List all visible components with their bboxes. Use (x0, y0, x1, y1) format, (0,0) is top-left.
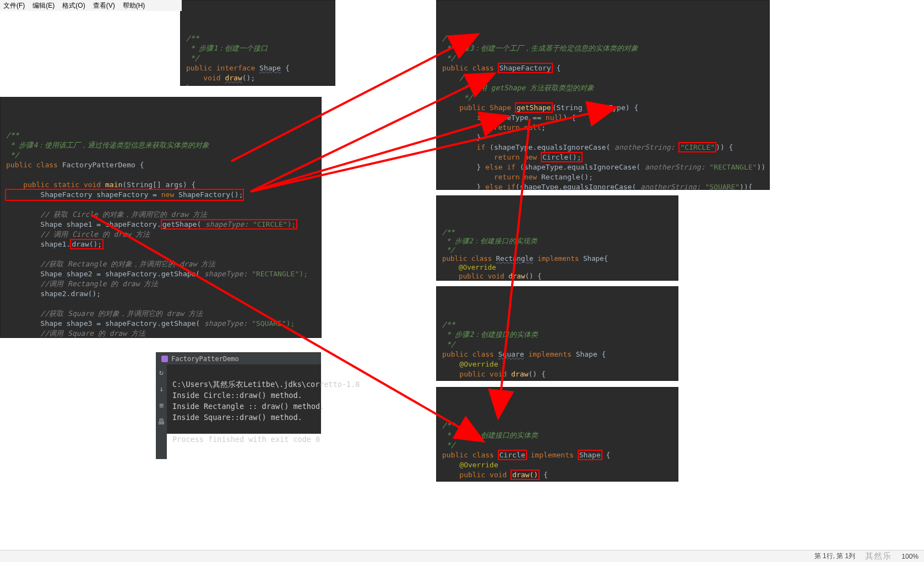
code-text: /** (186, 34, 199, 42)
code-text: //调用 Square 的 draw 方法 (6, 329, 145, 337)
code-text: ShapeFactory (498, 63, 553, 73)
code-text: //调用 Rectangle 的 draw 方法 (6, 280, 158, 288)
code-text: /** (442, 34, 455, 42)
menu-help[interactable]: 帮助(H) (123, 1, 145, 10)
code-panel-factory-demo: /** * 步骤4：使用该工厂，通过传递类型信息来获取实体类的对象 */ pub… (0, 97, 322, 338)
code-text: */ (442, 340, 455, 348)
code-text: /** (442, 421, 455, 429)
code-text: */ (186, 54, 199, 62)
code-text: Circle (498, 450, 527, 460)
menu-edit[interactable]: 编辑(E) (32, 1, 55, 10)
code-text: /** (6, 131, 19, 139)
code-panel-square: /** * 步骤2：创建接口的实体类 */ public class Squar… (436, 286, 678, 381)
code-text: implements (526, 451, 578, 459)
code-text: Shape shape1 = shapeFactory. (6, 220, 161, 228)
code-text: * 步骤2：创建接口的实体类 (442, 431, 538, 439)
status-zoom: 100% (901, 553, 918, 560)
code-text: Shape (578, 450, 602, 460)
code-text: */ (442, 94, 472, 102)
code-panel-circle: /** * 步骤2：创建接口的实体类 */ public class Circl… (436, 387, 678, 482)
code-panel-shape-factory: /** * 步骤3：创建一个工厂，生成基于给定信息的实体类的对象 */ publ… (436, 0, 770, 190)
code-text: { (552, 64, 561, 72)
code-text: Shape (259, 64, 281, 72)
code-text: //获取 Rectangle 的对象，并调用它的 draw 方法 (6, 260, 215, 268)
code-text: * 步骤1：创建一个接口 (186, 44, 268, 52)
stop-icon[interactable]: ↓ (156, 383, 167, 394)
code-text: public interface (186, 64, 259, 72)
code-panel-shape-interface: /** * 步骤1：创建一个接口 */ public interface Sha… (180, 0, 335, 86)
run-console: FactoryPatterDemo ↻ ↓ ≡ 🖶 C:\Users\其然乐衣L… (156, 352, 321, 434)
code-text: shape1. (6, 240, 70, 248)
code-panel-rectangle: /** * 步骤2：创建接口的实现类 */ public class Recta… (436, 195, 678, 281)
code-text: */ (6, 151, 19, 159)
console-line: Process finished with exit code 0 (172, 435, 320, 444)
status-cursor-position: 第 1行, 第 1列 (814, 552, 856, 561)
code-text: // 调用 Circle 的 draw 方法 (6, 230, 150, 238)
text-editor-menubar: 文件(F) 编辑(E) 格式(O) 查看(V) 帮助(H) (0, 0, 182, 11)
code-text: //获取 Square 的对象，并调用它的 draw 方法 (6, 309, 203, 318)
code-text: public class (442, 451, 498, 459)
code-text: */ (442, 245, 455, 254)
code-text: getShape (515, 102, 553, 113)
console-gutter: ↻ ↓ ≡ 🖶 (156, 364, 167, 459)
console-line: Inside Rectangle :: draw() method. (172, 402, 324, 411)
watermark: 其然乐 (865, 551, 892, 561)
code-text: void (186, 74, 225, 82)
print-icon[interactable]: 🖶 (156, 416, 167, 427)
console-line: Inside Circle::draw() method. (172, 391, 302, 400)
code-text: return new (442, 153, 541, 161)
code-text: // 获取 Circle 的对象，并调用它的 draw 方法 (6, 210, 207, 219)
code-text: (); (242, 74, 255, 82)
menu-file[interactable]: 文件(F) (3, 1, 25, 10)
code-text: /** (442, 320, 455, 329)
code-text: draw (225, 74, 242, 82)
wrap-icon[interactable]: ≡ (156, 400, 167, 411)
code-text: Shape shape3 = shapeFactory.getShape( (6, 319, 200, 328)
code-text: (String shapeType) { (552, 103, 639, 112)
code-text: * 步骤4：使用该工厂，通过传递类型信息来获取实体类的对象 (6, 141, 209, 149)
console-output: C:\Users\其然乐衣Letitbe\.jdks\corretto-1.8 … (167, 364, 365, 459)
code-text: shape2.draw(); (6, 290, 101, 298)
code-text: draw() (510, 470, 540, 480)
console-line: Inside Square::draw() method. (172, 413, 302, 422)
rerun-icon[interactable]: ↻ (156, 367, 167, 378)
code-text: /** (442, 228, 455, 236)
code-text: { (602, 451, 611, 459)
code-text: Shape shape2 = shapeFactory.getShape( (6, 270, 200, 278)
code-text: */ (442, 54, 455, 62)
statusbar: 第 1行, 第 1列 其然乐 100% (0, 550, 924, 562)
code-text: Circle(); (541, 152, 583, 162)
code-text: } (442, 133, 481, 141)
code-text: * 使用 getShape 方法获取类型的对象 (442, 84, 594, 92)
console-tab-label: FactoryPatterDemo (171, 353, 239, 364)
menu-format[interactable]: 格式(O) (62, 1, 85, 10)
console-line: C:\Users\其然乐衣Letitbe\.jdks\corretto-1.8 (172, 380, 360, 389)
code-text: public class (442, 64, 498, 72)
code-text: { (539, 471, 548, 479)
code-text: public void (442, 471, 511, 479)
code-text: /** (442, 74, 472, 82)
menu-view[interactable]: 查看(V) (93, 1, 115, 10)
code-text: */ (442, 441, 455, 449)
code-text: { (281, 64, 290, 72)
code-text: * 步骤2：创建接口的实体类 (442, 330, 538, 339)
console-tab-icon (161, 356, 168, 362)
code-text: * 步骤3：创建一个工厂，生成基于给定信息的实体类的对象 (442, 44, 638, 52)
code-text: public Shape (442, 103, 515, 112)
code-text: } (186, 84, 191, 86)
console-tab[interactable]: FactoryPatterDemo (156, 352, 321, 364)
code-text: * 步骤2：创建接口的实现类 (442, 237, 537, 245)
